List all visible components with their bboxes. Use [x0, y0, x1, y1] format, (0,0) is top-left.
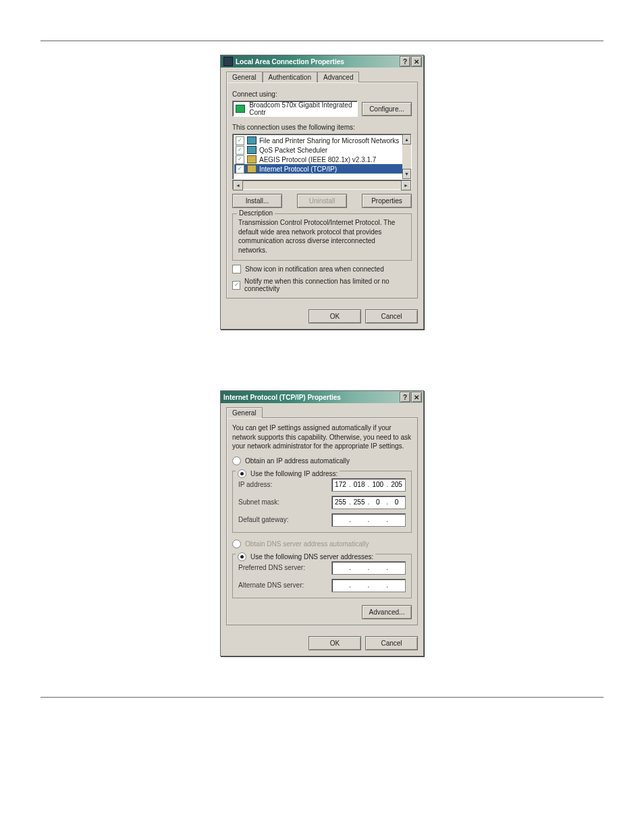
ok-button[interactable]: OK	[308, 309, 361, 323]
ip-octet[interactable]	[351, 480, 368, 489]
lan-properties-dialog: Local Area Connection Properties ? ✕ Gen…	[220, 55, 424, 330]
radio-obtain-dns-auto	[232, 540, 241, 548]
scroll-right-button[interactable]: ►	[401, 180, 411, 190]
ip-octet[interactable]	[369, 581, 386, 590]
radio-use-dns-label: Use the following DNS server addresses:	[250, 553, 373, 561]
ip-octet[interactable]	[388, 581, 405, 590]
intro-text: You can get IP settings assigned automat…	[232, 423, 412, 451]
list-item[interactable]: ✓Internet Protocol (TCP/IP)	[234, 164, 410, 174]
radio-use-ip-label: Use the following IP address:	[250, 470, 338, 477]
ip-octet[interactable]	[332, 480, 349, 489]
radio-use-dns[interactable]	[238, 552, 246, 561]
tab-panel: Connect using: Broadcom 570x Gigabit Int…	[226, 82, 418, 298]
ip-octet[interactable]	[332, 515, 349, 524]
help-button[interactable]: ?	[400, 392, 410, 402]
items-label: This connection uses the following items…	[232, 124, 412, 131]
description-text: Transmission Control Protocol/Internet P…	[238, 218, 406, 255]
ip-address-label: IP address:	[238, 481, 327, 488]
ip-octet[interactable]	[332, 563, 349, 572]
tab-general[interactable]: General	[226, 407, 263, 418]
list-item[interactable]: ✓File and Printer Sharing for Microsoft …	[234, 136, 410, 145]
tab-panel: You can get IP settings assigned automat…	[226, 417, 418, 625]
ip-octet[interactable]	[351, 498, 368, 506]
list-item[interactable]: ✓AEGIS Protocol (IEEE 802.1x) v2.3.1.7	[234, 155, 410, 164]
bottom-rule	[41, 697, 603, 698]
alternate-dns-input[interactable]: ...	[331, 579, 406, 592]
scroll-left-button[interactable]: ◄	[233, 180, 243, 190]
item-label: Internet Protocol (TCP/IP)	[259, 165, 337, 173]
uninstall-button[interactable]: Uninstall	[297, 194, 347, 208]
connect-using-label: Connect using:	[232, 90, 412, 98]
ip-octet[interactable]	[332, 498, 349, 506]
item-checkbox[interactable]: ✓	[236, 146, 244, 155]
default-gateway-label: Default gateway:	[238, 516, 327, 523]
protocol-icon	[247, 146, 257, 154]
configure-button[interactable]: Configure...	[362, 102, 412, 116]
close-button[interactable]: ✕	[411, 392, 422, 402]
close-button[interactable]: ✕	[411, 56, 422, 67]
ip-address-input[interactable]: ...	[331, 478, 406, 492]
ip-octet[interactable]	[388, 480, 405, 489]
tab-general[interactable]: General	[226, 72, 263, 82]
item-label: AEGIS Protocol (IEEE 802.1x) v2.3.1.7	[259, 156, 376, 163]
ip-octet[interactable]	[332, 581, 349, 590]
cancel-button[interactable]: Cancel	[365, 309, 418, 323]
help-button[interactable]: ?	[400, 56, 410, 67]
items-list[interactable]: ✓File and Printer Sharing for Microsoft …	[232, 134, 412, 180]
item-checkbox[interactable]: ✓	[236, 165, 244, 174]
window-icon	[223, 57, 233, 66]
show-icon-checkbox[interactable]	[232, 265, 241, 273]
item-checkbox[interactable]: ✓	[236, 136, 244, 145]
titlebar[interactable]: Local Area Connection Properties ? ✕	[221, 55, 423, 68]
window-title: Internet Protocol (TCP/IP) Properties	[223, 394, 341, 401]
radio-obtain-ip-auto-label: Obtain an IP address automatically	[245, 457, 350, 465]
scroll-up-button[interactable]: ▲	[402, 134, 411, 145]
cancel-button[interactable]: Cancel	[365, 636, 418, 650]
ip-octet[interactable]	[388, 515, 405, 524]
ip-octet[interactable]	[369, 498, 386, 506]
protocol-icon	[247, 136, 257, 145]
advanced-button[interactable]: Advanced...	[362, 605, 412, 619]
ip-octet[interactable]	[369, 480, 386, 489]
item-label: QoS Packet Scheduler	[259, 147, 327, 154]
scroll-down-button[interactable]: ▼	[402, 169, 411, 179]
protocol-icon	[247, 165, 257, 173]
ip-octet[interactable]	[369, 515, 386, 524]
default-gateway-input[interactable]: ...	[331, 513, 406, 527]
item-label: File and Printer Sharing for Microsoft N…	[259, 137, 399, 145]
ok-button[interactable]: OK	[308, 636, 361, 650]
notify-label: Notify me when this connection has limit…	[244, 278, 412, 292]
properties-button[interactable]: Properties	[362, 194, 412, 208]
alternate-dns-label: Alternate DNS server:	[238, 581, 327, 589]
adapter-name: Broadcom 570x Gigabit Integrated Contr	[249, 101, 354, 116]
radio-use-ip[interactable]	[238, 469, 246, 478]
titlebar[interactable]: Internet Protocol (TCP/IP) Properties ? …	[221, 391, 423, 403]
ip-octet[interactable]	[351, 515, 368, 524]
subnet-mask-label: Subnet mask:	[238, 498, 327, 506]
top-rule	[41, 41, 603, 41]
tab-authentication[interactable]: Authentication	[263, 72, 317, 82]
ip-octet[interactable]	[388, 498, 405, 506]
notify-checkbox[interactable]: ✓	[232, 281, 240, 290]
install-button[interactable]: Install...	[232, 194, 282, 208]
description-group: Description Transmission Control Protoco…	[232, 213, 412, 261]
show-icon-label: Show icon in notification area when conn…	[245, 265, 384, 273]
ip-octet[interactable]	[369, 563, 386, 572]
adapter-icon	[236, 105, 245, 113]
ip-octet[interactable]	[351, 581, 368, 590]
radio-obtain-dns-auto-label: Obtain DNS server address automatically	[245, 540, 369, 548]
tcpip-properties-dialog: Internet Protocol (TCP/IP) Properties ? …	[220, 390, 424, 656]
radio-obtain-ip-auto[interactable]	[232, 457, 241, 465]
subnet-mask-input[interactable]: ...	[331, 496, 406, 509]
scrollbar-vertical[interactable]: ▲ ▼	[402, 134, 411, 179]
preferred-dns-label: Preferred DNS server:	[238, 564, 327, 571]
item-checkbox[interactable]: ✓	[236, 155, 244, 164]
list-item[interactable]: ✓QoS Packet Scheduler	[234, 145, 410, 155]
scrollbar-horizontal[interactable]: ◄ ►	[232, 180, 412, 190]
ip-octet[interactable]	[351, 563, 368, 572]
ip-octet[interactable]	[388, 563, 405, 572]
tab-advanced[interactable]: Advanced	[317, 72, 359, 82]
preferred-dns-input[interactable]: ...	[331, 561, 406, 575]
tab-strip: General	[226, 406, 418, 418]
tab-strip: General Authentication Advanced	[226, 70, 418, 82]
